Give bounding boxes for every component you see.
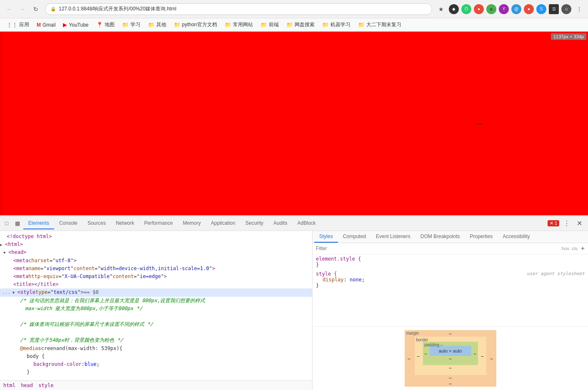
styles-content[interactable]: element.style { } style { user agent sty… xyxy=(313,254,588,326)
styles-tab-event-listeners[interactable]: Event Listeners xyxy=(371,231,415,243)
meta1-tag: < xyxy=(13,257,16,265)
head-triangle[interactable] xyxy=(3,248,8,256)
bookmark-maps[interactable]: 📍 地图 xyxy=(93,20,118,30)
content-size: auto × auto xyxy=(439,348,462,353)
extension-icon-3[interactable]: ● xyxy=(474,4,484,14)
extension-icon-8[interactable]: S xyxy=(536,4,546,14)
reload-button[interactable]: ↻ xyxy=(30,3,42,15)
code-line-meta2: <meta name="viewport" content="width=dev… xyxy=(0,265,312,273)
bookmark-ml[interactable]: 📁 机器学习 xyxy=(319,20,354,30)
youtube-icon: ▶ xyxy=(63,22,67,28)
bookmark-study[interactable]: 📁 学习 xyxy=(119,20,144,30)
styles-filter-hint: :hov .cls xyxy=(560,246,577,251)
bookmark-frontend-label: 前端 xyxy=(269,21,279,28)
html-triangle[interactable] xyxy=(0,241,5,248)
styles-tab-computed[interactable]: Computed xyxy=(338,231,371,243)
code-line-title: <title></title> xyxy=(0,281,312,288)
elements-code-area[interactable]: <!doctype html> <html> <head> <meta char… xyxy=(0,231,312,380)
extension-icon-9[interactable]: ☰ xyxy=(549,4,559,14)
forward-button[interactable]: → xyxy=(17,3,28,15)
styles-tab-properties[interactable]: Properties xyxy=(465,231,498,243)
ellipsis-dots: ... xyxy=(2,288,11,296)
tab-audits[interactable]: Audits xyxy=(268,218,292,229)
address-bar[interactable]: 🔒 127.0.0.1:8848/响应式开发系列/00%20媒体查询.html xyxy=(45,3,432,15)
code-empty2 xyxy=(0,328,312,336)
code-body: body { xyxy=(0,353,312,360)
devtools-more-button[interactable]: ⋮ xyxy=(561,218,573,229)
bookmark-netdisk-label: 网盘搜索 xyxy=(295,21,315,28)
tab-performance[interactable]: Performance xyxy=(139,218,178,229)
extension-icon-1[interactable]: ◆ xyxy=(449,4,459,14)
tab-elements[interactable]: Elements xyxy=(23,218,54,229)
bookmark-apps[interactable]: ⋮⋮ 应用 xyxy=(3,20,33,30)
extension-icon-4[interactable]: ◆ xyxy=(486,4,496,14)
star-icon[interactable]: ★ xyxy=(435,4,446,15)
tab-adblock[interactable]: AdBlock xyxy=(292,218,320,229)
style-property-display: display: none; xyxy=(316,277,585,283)
code-comment1: /* 这句话的意思就是：在我们屏幕上并且最大宽度是 800px,设置我们想要的样… xyxy=(0,297,312,305)
styles-tab-accessibility[interactable]: Accessibility xyxy=(498,231,535,243)
device-toolbar-icon[interactable]: ▩ xyxy=(12,218,23,229)
styles-add-rule-button[interactable]: + xyxy=(581,245,585,252)
styles-filter-input[interactable] xyxy=(316,246,557,251)
padding-label: padding – xyxy=(425,343,443,347)
profile-icon[interactable]: ☺ xyxy=(561,4,571,14)
elements-panel: <!doctype html> <html> <head> <meta char… xyxy=(0,231,313,390)
bookmark-netdisk[interactable]: 📁 网盘搜索 xyxy=(283,20,318,30)
padding-right-value: – xyxy=(473,351,476,356)
box-border: border – – padding – – – xyxy=(415,337,486,375)
devtools-tabs: □ ▩ Elements Console Sources Network Per… xyxy=(0,216,588,231)
code-comment3: /* 宽度小于540px时，背景颜色变为粉色 */ xyxy=(0,336,312,344)
menu-icon[interactable]: ⋮ xyxy=(574,4,585,15)
devtools-toolbar-right: ✕ 1 ⋮ ✕ xyxy=(548,218,586,229)
style-block-element-style: element.style { } xyxy=(316,256,585,268)
styles-tab-styles[interactable]: Styles xyxy=(314,231,338,243)
other-folder-icon: 📁 xyxy=(148,22,155,28)
bookmark-other[interactable]: 📁 其他 xyxy=(145,20,170,30)
tab-security[interactable]: Security xyxy=(240,218,268,229)
tab-sources[interactable]: Sources xyxy=(83,218,111,229)
code-line-meta3: <meta http-equiv="X-UA-Compatible" conte… xyxy=(0,273,312,281)
toolbar-icons: ★ ◆ O ● ◆ Y @ ● S ☰ ☺ ⋮ xyxy=(435,4,585,15)
border-left-value: – xyxy=(417,353,420,358)
left-ruler xyxy=(0,32,3,215)
breadcrumb-sep1 xyxy=(17,383,20,388)
padding-left-value: – xyxy=(425,351,427,356)
devtools-close-button[interactable]: ✕ xyxy=(574,218,585,229)
bookmark-exam[interactable]: 📁 大二下期末复习 xyxy=(355,20,405,30)
error-badge: ✕ 1 xyxy=(548,220,559,226)
viewport: 1137px × 334p ↔ xyxy=(0,32,588,215)
resize-handle[interactable]: ↔ xyxy=(475,119,484,128)
tab-console[interactable]: Console xyxy=(54,218,83,229)
code-media: @media screen and (max-width: 539px){ xyxy=(0,345,312,353)
breadcrumb-head[interactable]: head xyxy=(21,383,33,388)
bookmark-python[interactable]: 📁 python官方文档 xyxy=(170,20,220,30)
back-button[interactable]: ← xyxy=(3,3,15,15)
style-triangle[interactable] xyxy=(13,288,18,296)
inspect-element-icon[interactable]: □ xyxy=(2,218,12,229)
bookmark-youtube[interactable]: ▶ YouTube xyxy=(60,20,92,30)
code-comment1b: max-width 最大宽度为800px,小于等于800px */ xyxy=(0,305,312,313)
bookmark-frontend[interactable]: 📁 前端 xyxy=(257,20,282,30)
margin-bottom-value: – xyxy=(449,381,451,386)
tab-application[interactable]: Application xyxy=(206,218,240,229)
extension-icon-7[interactable]: ● xyxy=(524,4,534,14)
lock-icon: 🔒 xyxy=(50,6,56,12)
head-tag: <head> xyxy=(8,248,26,256)
bookmark-common[interactable]: 📁 常用网站 xyxy=(221,20,256,30)
styles-tab-dom-breakpoints[interactable]: DOM Breakpoints xyxy=(415,231,465,243)
breadcrumb-style[interactable]: style xyxy=(38,383,53,388)
breadcrumb-html[interactable]: html xyxy=(3,383,15,388)
code-line-style[interactable]: ... <style type="text/css"> == $0 xyxy=(0,288,312,296)
bookmark-maps-label: 地图 xyxy=(105,21,115,28)
tab-memory[interactable]: Memory xyxy=(178,218,206,229)
margin-label: margin xyxy=(406,331,419,335)
tab-network[interactable]: Network xyxy=(111,218,139,229)
box-content: auto × auto xyxy=(430,346,471,356)
extension-icon-2[interactable]: O xyxy=(461,4,471,14)
bookmark-gmail[interactable]: M Gmail xyxy=(33,20,59,30)
extension-icon-5[interactable]: Y xyxy=(499,4,509,14)
bookmark-other-label: 其他 xyxy=(156,21,166,28)
extension-icon-6[interactable]: @ xyxy=(511,4,521,14)
style-selector-element: element.style { xyxy=(316,256,585,262)
